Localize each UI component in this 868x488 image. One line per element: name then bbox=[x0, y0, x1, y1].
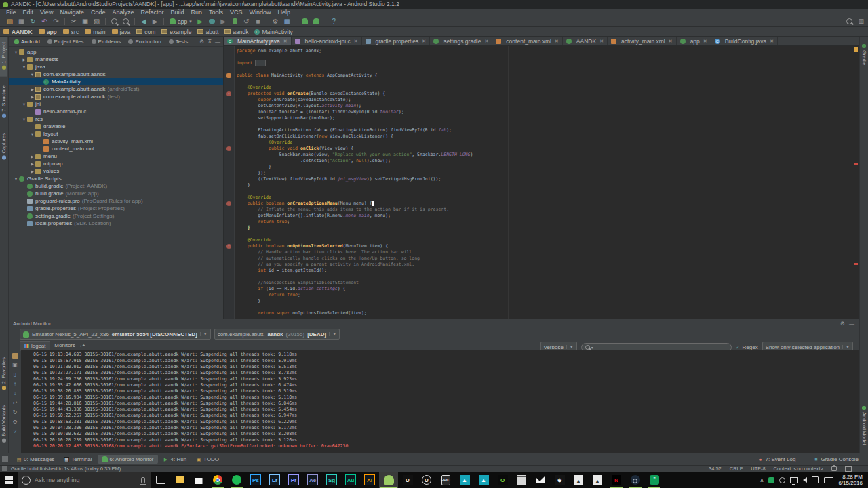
tray-app-1[interactable] bbox=[768, 477, 774, 483]
editor-tab-settings-gradle[interactable]: settings.gradle✕ bbox=[430, 37, 492, 45]
taskbar-game-1[interactable]: ▲ bbox=[569, 472, 588, 488]
paste-button[interactable]: ▧ bbox=[91, 16, 102, 26]
chevron-down-icon[interactable]: ▼ bbox=[13, 177, 19, 181]
device-selector-dropdown[interactable]: Emulator Nexus_5_API_23_x86 emulator-555… bbox=[20, 329, 211, 340]
chevron-down-icon[interactable]: ▼ bbox=[13, 50, 19, 54]
logcat-settings-icon[interactable]: ⚙ bbox=[12, 419, 18, 425]
override-marker-icon[interactable]: ↑ bbox=[226, 201, 231, 206]
taskbar-mail[interactable] bbox=[531, 472, 550, 488]
close-icon[interactable]: ✕ bbox=[555, 39, 559, 44]
tree-item-layout[interactable]: ▼layout bbox=[9, 130, 223, 138]
tree-item-proguard-rules-pro[interactable]: proguard-rules.pro (ProGuard Rules for a… bbox=[9, 197, 223, 205]
menu-run[interactable]: Run bbox=[188, 9, 206, 16]
tool-strip-android-model[interactable]: Android Model bbox=[861, 399, 868, 449]
breadcrumb-example[interactable]: example bbox=[161, 28, 191, 35]
scroll-to-top-icon[interactable]: ↑ bbox=[12, 381, 18, 387]
taskbar-unreal-engine[interactable]: U bbox=[417, 472, 436, 488]
scroll-to-bottom-icon[interactable]: ↓ bbox=[12, 390, 18, 396]
restart-icon[interactable]: ↻ bbox=[12, 409, 18, 415]
tree-item-java[interactable]: ▼java bbox=[9, 63, 223, 70]
rerun-button[interactable]: ↺ bbox=[241, 16, 252, 26]
tree-item-com-example-abutt-aandk[interactable]: ▶com.example.abutt.aandk (test) bbox=[9, 93, 223, 100]
menu-tools[interactable]: Tools bbox=[205, 9, 226, 16]
breadcrumb-java[interactable]: java bbox=[112, 28, 131, 35]
project-view-tab-tests[interactable]: Tests bbox=[169, 39, 189, 45]
tree-item-local-properties[interactable]: local.properties (SDK Location) bbox=[9, 220, 223, 227]
line-ending-selector[interactable]: CRLF bbox=[730, 466, 743, 472]
tool-window-button-7-event-log[interactable]: ●7: Event Log bbox=[753, 455, 800, 464]
sdk-manager-button[interactable] bbox=[299, 16, 311, 26]
tool-strip-gradle[interactable]: Gradle bbox=[861, 37, 868, 70]
taskbar-task-view[interactable] bbox=[151, 472, 170, 488]
breadcrumb-abutt[interactable]: abutt bbox=[197, 28, 218, 35]
override-marker-icon[interactable]: ↑ bbox=[226, 244, 231, 249]
chevron-down-icon[interactable]: ▼ bbox=[29, 73, 35, 77]
taskbar-camera-app[interactable]: O bbox=[493, 472, 512, 488]
rerun-icon[interactable] bbox=[12, 352, 18, 359]
menu-code[interactable]: Code bbox=[87, 9, 109, 16]
tool-strip-captures[interactable]: Captures bbox=[0, 128, 7, 166]
lock-icon[interactable] bbox=[831, 466, 837, 471]
tree-item-res[interactable]: ▼res bbox=[9, 115, 223, 123]
show-panels-icon[interactable]: ▥ bbox=[858, 18, 864, 24]
close-icon[interactable]: ✕ bbox=[669, 39, 673, 44]
run-button[interactable]: ▶ bbox=[195, 16, 206, 26]
tree-item-content-main-xml[interactable]: content_main.xml bbox=[9, 145, 223, 152]
taskbar-game-2[interactable]: ▲ bbox=[588, 472, 607, 488]
chevron-down-icon[interactable]: ▼ bbox=[21, 117, 27, 121]
tool-window-button-0-messages[interactable]: ▤0: Messages bbox=[12, 455, 58, 464]
context-selector[interactable]: Context: <no context> bbox=[774, 466, 823, 472]
breadcrumb-app[interactable]: app bbox=[39, 28, 57, 35]
start-button[interactable] bbox=[0, 472, 18, 488]
debug-button[interactable] bbox=[206, 16, 218, 26]
editor-tab-aandk[interactable]: AANDK✕ bbox=[563, 37, 608, 45]
taskbar-chrome[interactable] bbox=[208, 472, 227, 488]
tree-item-app[interactable]: ▼app bbox=[9, 48, 223, 56]
tool-strip-7-structure[interactable]: 7: Structure bbox=[0, 81, 7, 125]
taskbar-unity[interactable]: U bbox=[398, 472, 417, 488]
tray-app-2[interactable] bbox=[779, 477, 785, 483]
tool-window-button-4-run[interactable]: ▶4: Run bbox=[159, 455, 191, 464]
taskbar-spotify[interactable] bbox=[227, 472, 246, 488]
tree-item-gradle-scripts[interactable]: ▼Gradle Scripts bbox=[9, 175, 223, 182]
tree-item-hello-android-jni-c[interactable]: hello-android-jni.c bbox=[9, 108, 223, 115]
tool-window-button-gradle-console[interactable]: ■Gradle Console bbox=[809, 455, 863, 464]
menu-window[interactable]: Window bbox=[246, 9, 275, 16]
hide-panel-icon[interactable]: — bbox=[215, 39, 220, 45]
chevron-right-icon[interactable]: ▶ bbox=[29, 155, 35, 159]
touch-keyboard-icon[interactable] bbox=[824, 477, 833, 483]
tree-item-drawable[interactable]: drawable bbox=[9, 123, 223, 130]
breadcrumb-aandk[interactable]: AANDK bbox=[3, 28, 33, 35]
stop-button[interactable]: ■ bbox=[252, 16, 264, 26]
menu-refactor[interactable]: Refactor bbox=[137, 9, 167, 16]
close-icon[interactable]: ✕ bbox=[770, 39, 774, 44]
network-icon[interactable] bbox=[790, 477, 798, 483]
editor-tab-app[interactable]: app✕ bbox=[677, 37, 711, 45]
class-marker-icon[interactable] bbox=[226, 73, 231, 78]
run-with-coverage-button[interactable]: ▶ bbox=[218, 16, 229, 26]
help-icon[interactable]: ? bbox=[12, 428, 18, 434]
override-marker-icon[interactable]: ↑ bbox=[226, 92, 231, 96]
soft-wrap-icon[interactable]: ↩ bbox=[12, 400, 18, 406]
microphone-icon[interactable] bbox=[141, 477, 145, 483]
taskbar-after-effects[interactable]: Ae bbox=[303, 472, 322, 488]
volume-icon[interactable] bbox=[803, 477, 807, 483]
taskbar-windows-store[interactable] bbox=[189, 472, 208, 488]
copy-button[interactable]: ▣ bbox=[79, 16, 91, 26]
editor-tab-content-main-xml[interactable]: content_main.xml✕ bbox=[492, 37, 563, 45]
menu-vcs[interactable]: VCS bbox=[226, 9, 246, 16]
breadcrumb-aandk[interactable]: aandk bbox=[224, 28, 248, 35]
tree-item-gradle-properties[interactable]: gradle.properties (Project Properties) bbox=[9, 205, 223, 212]
tree-item-com-example-abutt-aandk[interactable]: ▶com.example.abutt.aandk (androidTest) bbox=[9, 85, 223, 93]
tree-item-jni[interactable]: ▼jni bbox=[9, 100, 223, 108]
tree-item-build-gradle[interactable]: build.gradle (Project: AANDK) bbox=[9, 182, 223, 190]
editor-tab-mainactivity-java[interactable]: CMainActivity.java✕ bbox=[224, 37, 292, 45]
close-icon[interactable]: ✕ bbox=[283, 39, 288, 44]
screen-icon[interactable] bbox=[845, 466, 852, 472]
close-icon[interactable]: ✕ bbox=[599, 39, 604, 44]
process-selector-dropdown[interactable]: com.example.abutt.aandk (30155) [DEAD]▼ bbox=[214, 329, 340, 340]
menu-help[interactable]: Help bbox=[275, 9, 294, 16]
taskbar-steam[interactable] bbox=[626, 472, 645, 488]
clear-logcat-icon[interactable]: ▯ bbox=[12, 371, 18, 378]
tool-window-button-6-android-monitor[interactable]: 6: Android Monitor bbox=[98, 455, 158, 464]
